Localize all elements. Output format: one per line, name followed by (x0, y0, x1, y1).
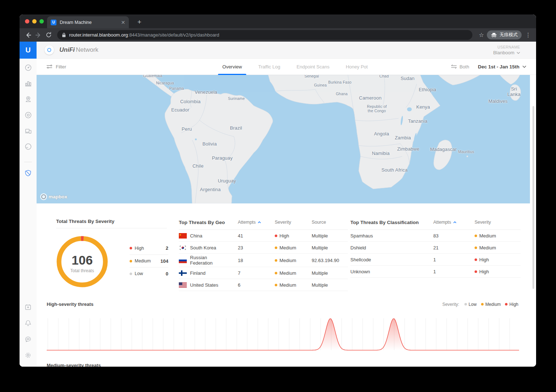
incognito-icon (491, 32, 497, 38)
close-window-button[interactable] (25, 19, 29, 24)
app-sidebar: U (20, 42, 37, 367)
app-header: UniFiNetwork USERNAME Blanboom (37, 42, 536, 59)
chevron-down-icon (522, 66, 526, 68)
class-severity-header[interactable]: Severity (475, 220, 521, 225)
class-row-spamhaus: Spamhaus 83 Medium (350, 230, 521, 242)
sidebar-item-unifi-logo[interactable]: U (20, 42, 37, 59)
incognito-label: 无痕模式 (500, 32, 518, 38)
shield-icon (24, 169, 32, 177)
geo-row-south-korea: South Korea 23 Medium Multiple (179, 242, 348, 254)
browser-titlebar: U Dream Machine ✕ + (20, 14, 536, 28)
severity-panel-title: Total Threats By Severity (56, 219, 167, 224)
map-country-label: Ecuador (171, 108, 189, 113)
high-dot-icon (505, 303, 507, 305)
brand-unifi: UniFi (59, 46, 75, 53)
browser-tab[interactable]: U Dream Machine ✕ (47, 16, 129, 28)
forward-icon[interactable] (33, 30, 43, 40)
divider (56, 228, 167, 228)
sidebar-item-chat[interactable] (20, 333, 37, 345)
class-row-dshield: Dshield 21 Medium (350, 242, 521, 254)
user-menu[interactable]: USERNAME Blanboom (493, 45, 520, 55)
class-attempts-header[interactable]: Attempts (433, 220, 475, 225)
app-main: UniFiNetwork USERNAME Blanboom Filter (37, 42, 536, 367)
tab-endpoint-scans[interactable]: Endpoint Scans (296, 59, 329, 75)
geo-severity-header[interactable]: Severity (275, 220, 312, 225)
geo-row-finland: Finland 7 Medium Multiple (179, 267, 348, 279)
sidebar-item-events[interactable] (20, 301, 37, 313)
browser-menu-icon[interactable]: ⋮ (525, 31, 531, 38)
map-country-label: Nicaragua (156, 81, 174, 85)
gear-icon (24, 351, 32, 359)
swap-arrows-icon (451, 64, 457, 69)
address-bar[interactable]: router.internal.blanboom.org:8443/manage… (57, 30, 472, 40)
tab-traffic-log[interactable]: Traffic Log (258, 59, 280, 75)
map-country-label: Ethiopia (419, 87, 437, 93)
bar-chart-icon (24, 79, 32, 87)
sidebar-item-insights[interactable] (20, 140, 37, 153)
threat-map[interactable]: GuatemalaNicaraguaPanamaVenezuelaColombi… (37, 75, 530, 203)
new-tab-button[interactable]: + (135, 17, 144, 27)
map-country-label: Republic of the Congo (367, 104, 387, 113)
legend-row-low: Low 0 (130, 267, 168, 280)
map-country-label: South Africa (382, 168, 408, 173)
map-country-label: Panama (169, 86, 184, 90)
classification-table-title: Top Threats By Classification (350, 220, 433, 225)
date-range-selector[interactable]: Dec 1st - Jan 15th (478, 64, 526, 69)
severity-dot-icon (475, 235, 477, 237)
map-country-label: Bolivia (202, 142, 217, 147)
browser-window: U Dream Machine ✕ + router.internal.blan… (20, 14, 536, 367)
url-path: :8443/manage/site/default/v2/ips/dashboa… (128, 32, 219, 38)
map-country-label: Guinea (314, 83, 327, 87)
sidebar-item-alerts[interactable] (20, 317, 37, 329)
severity-panel: Total Threats By Severity 106 Total thre… (56, 219, 167, 228)
geo-attempts-header[interactable]: Attempts (238, 220, 275, 225)
zoom-window-button[interactable] (39, 19, 44, 24)
tab-close-icon[interactable]: ✕ (121, 20, 125, 25)
map-country-label: Madagascar (430, 147, 457, 152)
sidebar-item-map[interactable] (20, 93, 37, 105)
tab-title: Dream Machine (60, 20, 121, 25)
map-country-label: Mauritius (458, 149, 474, 154)
url-host: router.internal.blanboom.org (69, 32, 128, 38)
brand-network: Network (76, 46, 98, 53)
geo-source-header[interactable]: Source (312, 220, 348, 225)
direction-selector[interactable]: Both (451, 64, 469, 69)
minimize-window-button[interactable] (32, 19, 37, 24)
medium-severity-title: Medium-severity threats (47, 363, 101, 367)
tab-overview[interactable]: Overview (222, 59, 242, 75)
map-country-label: Venezuela (195, 90, 218, 95)
map-country-label: Angola (374, 131, 389, 137)
map-country-label: Chile (193, 164, 204, 169)
sidebar-item-settings[interactable] (20, 349, 37, 361)
sidebar-item-clients[interactable] (20, 125, 37, 137)
severity-dot-icon (275, 272, 277, 274)
bookmark-star-icon[interactable]: ☆ (479, 31, 484, 38)
map-country-label: Tanzania (408, 119, 427, 124)
map-country-label: Colombia (180, 99, 201, 105)
reload-icon[interactable] (43, 30, 54, 40)
sidebar-item-threat-management[interactable] (20, 167, 37, 179)
sidebar-item-devices[interactable] (20, 109, 37, 121)
severity-dot-icon (275, 259, 277, 262)
map-country-label: Uruguay (218, 178, 236, 184)
geo-table: Top Threats By Geo Attempts Severity Sou… (179, 219, 348, 291)
map-landmass (37, 75, 530, 203)
sort-asc-icon (453, 221, 456, 223)
map-country-label: Zambia (395, 135, 411, 141)
tab-honey-pot[interactable]: Honey Pot (346, 59, 368, 75)
scrollbar-thumb[interactable] (532, 106, 534, 289)
total-threats-caption: Total threats (70, 268, 94, 273)
russia-flag-icon (179, 258, 187, 263)
window-controls (25, 19, 44, 24)
mapbox-logo[interactable]: mapbox (40, 193, 67, 200)
lock-icon (62, 33, 66, 37)
mapbox-icon (40, 193, 47, 200)
severity-legend: High 2 Medium 104 Low 0 (130, 242, 168, 280)
sort-asc-icon (258, 221, 261, 223)
back-icon[interactable] (23, 30, 33, 40)
map-country-label: Paraguay (212, 156, 232, 161)
sidebar-item-dashboard[interactable] (20, 62, 37, 74)
sidebar-item-statistics[interactable] (20, 77, 37, 89)
filter-button[interactable]: Filter (46, 64, 66, 69)
map-country-label: Sri Lanka (506, 87, 522, 97)
